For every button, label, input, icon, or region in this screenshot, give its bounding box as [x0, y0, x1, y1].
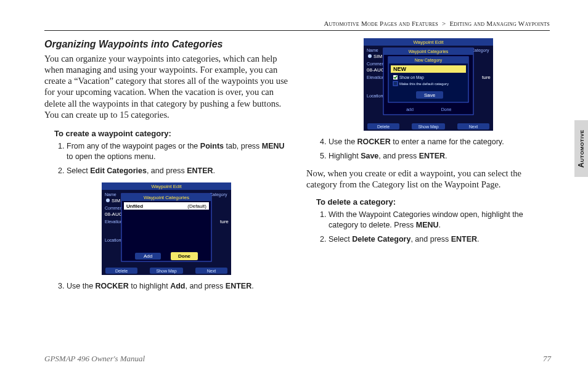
svg-text:Done: Done — [178, 253, 191, 259]
page: Automotive Mode Pages and Features > Edi… — [44, 20, 565, 366]
create-steps-right: Use the ROCKER to enter a name for the c… — [316, 137, 550, 162]
svg-rect-48 — [393, 81, 398, 86]
screenshot-waypoint-categories: Waypoint Edit Name SIM Comment 08-AUG El… — [102, 182, 231, 275]
side-tab-label: Automotive — [577, 129, 586, 168]
screenshot-new-category: Waypoint Edit Name SIM Comment 08-AUG El… — [364, 38, 493, 131]
left-column: Organizing Waypoints into Categories You… — [44, 38, 288, 298]
create-step-5: Highlight Save, and press ENTER. — [329, 151, 550, 162]
create-steps: From any of the waypoint pages or the Po… — [54, 141, 288, 176]
svg-text:08-AUG: 08-AUG — [367, 67, 385, 73]
page-number: 77 — [543, 354, 551, 364]
svg-text:Elevation: Elevation — [105, 219, 123, 224]
svg-text:Next: Next — [468, 125, 477, 129]
section-intro: You can organize your waypoints into cat… — [44, 53, 288, 120]
svg-text:Show Map: Show Map — [418, 125, 438, 129]
svg-text:Category: Category — [210, 192, 227, 197]
svg-text:Comment: Comment — [367, 62, 385, 66]
create-step-2: Select Edit Categories, and press ENTER. — [67, 166, 288, 176]
svg-point-31 — [368, 54, 372, 58]
shot1-subtitle: Waypoint Categories — [144, 195, 189, 200]
svg-text:Done: Done — [441, 107, 451, 112]
crumb-sep: > — [442, 20, 446, 27]
svg-text:Waypoint Categories: Waypoint Categories — [408, 49, 448, 54]
svg-text:Name: Name — [105, 192, 116, 197]
shot2-title: Waypoint Edit — [413, 39, 444, 45]
right-column: Waypoint Edit Name SIM Comment 08-AUG El… — [306, 38, 550, 298]
svg-text:Next: Next — [206, 269, 215, 273]
crumb-b: Editing and Managing Waypoints — [449, 20, 550, 27]
svg-text:Show Map: Show Map — [156, 269, 176, 274]
header-rule — [44, 30, 550, 31]
svg-text:Category: Category — [472, 48, 489, 53]
create-heading: To create a waypoint category: — [54, 129, 288, 139]
delete-step-2: Select Delete Category, and press ENTER. — [329, 234, 550, 245]
svg-text:Location: Location — [367, 94, 383, 98]
breadcrumb: Automotive Mode Pages and Features > Edi… — [324, 20, 550, 27]
delete-heading: To delete a category: — [316, 197, 550, 207]
svg-text:New Category: New Category — [414, 58, 442, 63]
side-tab: Automotive — [574, 120, 588, 177]
footer-title: GPSMAP 496 Owner's Manual — [44, 354, 145, 364]
create-step-1: From any of the waypoint pages or the Po… — [67, 141, 288, 162]
svg-text:add: add — [406, 107, 414, 112]
svg-text:Comment: Comment — [105, 206, 123, 210]
svg-text:Name: Name — [367, 48, 378, 52]
svg-text:Unfiled: Unfiled — [126, 203, 143, 209]
delete-steps: With the Waypoint Categories window open… — [316, 210, 550, 245]
create-step-3: Use the ROCKER to highlight Add, and pre… — [67, 281, 288, 292]
delete-step-1: With the Waypoint Categories window open… — [329, 210, 550, 231]
svg-text:NEW: NEW — [393, 66, 407, 72]
svg-text:Show on Map: Show on Map — [399, 75, 424, 80]
svg-text:SIM: SIM — [112, 198, 121, 203]
crumb-a: Automotive Mode Pages and Features — [324, 20, 438, 27]
create-steps-cont: Use the ROCKER to highlight Add, and pre… — [54, 281, 288, 292]
svg-text:(Default): (Default) — [187, 203, 206, 209]
svg-text:Delete: Delete — [377, 125, 389, 129]
svg-text:Delete: Delete — [115, 269, 127, 273]
svg-text:Save: Save — [423, 92, 435, 98]
section-title: Organizing Waypoints into Categories — [44, 38, 288, 51]
svg-text:Location: Location — [105, 238, 121, 242]
svg-point-4 — [106, 199, 110, 202]
svg-text:08-AUG: 08-AUG — [105, 211, 123, 217]
svg-text:Make this the default category: Make this the default category — [399, 82, 449, 86]
svg-text:Elevation: Elevation — [367, 75, 385, 80]
svg-text:ture: ture — [220, 219, 229, 224]
shot1-title: Waypoint Edit — [151, 184, 182, 189]
footer: GPSMAP 496 Owner's Manual 77 — [44, 354, 551, 364]
svg-text:Add: Add — [143, 253, 152, 259]
svg-text:SIM: SIM — [374, 54, 383, 59]
svg-text:ture: ture — [482, 75, 491, 80]
after-text: Now, when you create or edit a waypoint,… — [306, 168, 550, 190]
create-step-4: Use the ROCKER to enter a name for the c… — [329, 137, 550, 147]
